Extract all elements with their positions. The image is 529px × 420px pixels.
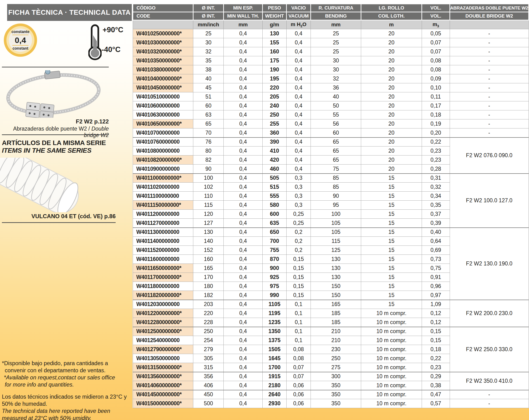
- cell-vol: 0,39: [422, 219, 450, 228]
- units-row: mm/inch mm g/m m H2O mm m m3: [133, 20, 529, 29]
- cell-vol: 0,19: [422, 119, 450, 129]
- spec-table: CÓDIGO Ø INT. MIN ESP. PESO VACIO R. CUR…: [132, 4, 529, 408]
- cell-wall: 0,4: [224, 119, 263, 129]
- cell-coil: 20: [361, 38, 422, 47]
- cell-bending: 65: [311, 156, 361, 165]
- col-header-min-wall: MIN WALL TH.: [224, 12, 263, 20]
- cell-vacuum: 0,07: [286, 363, 311, 372]
- cell-diameter: 30: [193, 38, 224, 47]
- unit-diameter: mm/inch: [193, 20, 224, 29]
- cell-vol: 0,31: [422, 173, 450, 183]
- cell-vacuum: 0,4: [286, 74, 311, 83]
- cell-weight: 240: [263, 101, 286, 110]
- unit-weight: g/m: [263, 20, 286, 29]
- cell-bending: 185: [311, 309, 361, 318]
- cell-vacuum: 0,3: [286, 201, 311, 210]
- badge-divider: [12, 35, 28, 35]
- cell-vol: 0,32: [422, 183, 450, 192]
- cell-coil: 20: [361, 119, 422, 129]
- cell-vacuum: 0,4: [286, 83, 311, 92]
- cell-bridge: -: [450, 74, 529, 83]
- unit-volume: m3: [422, 20, 450, 29]
- cell-bending: 230: [311, 345, 361, 354]
- cell-weight: 155: [263, 38, 286, 47]
- cell-vol: 0,23: [422, 156, 450, 165]
- cell-vacuum: 0,4: [286, 129, 311, 137]
- table-row: W4010300000000*300,41550,425200,07-: [133, 38, 529, 47]
- clamp-reference: F2 W2 p.122 Abrazaderas doble puente W2 …: [2, 118, 109, 138]
- cell-code: W4010820000000*: [133, 156, 193, 165]
- cell-bridge-group: F2 W2 250.0 330.0: [450, 327, 529, 372]
- cell-bridge: -: [450, 129, 529, 137]
- cell-diameter: 203: [193, 300, 224, 309]
- cell-weight: 175: [263, 56, 286, 65]
- cell-wall: 0,4: [224, 363, 263, 372]
- cell-coil: 15: [361, 237, 422, 246]
- cell-bending: 60: [311, 129, 361, 137]
- cell-vol: 0,40: [422, 228, 450, 237]
- cell-diameter: 65: [193, 119, 224, 129]
- cell-wall: 0,4: [224, 264, 263, 273]
- cell-vacuum: 0,4: [286, 119, 311, 129]
- cell-code: W4010350000000*: [133, 56, 193, 65]
- cell-coil: 15: [361, 173, 422, 183]
- cell-weight: 515: [263, 183, 286, 192]
- cell-vacuum: 0,15: [286, 273, 311, 282]
- cell-diameter: 180: [193, 282, 224, 291]
- cell-weight: 600: [263, 210, 286, 219]
- cell-weight: 130: [263, 29, 286, 38]
- cell-weight: 635: [263, 219, 286, 228]
- cell-coil: 15: [361, 228, 422, 237]
- cell-weight: 2640: [263, 390, 286, 399]
- cell-vol: 1,09: [422, 300, 450, 309]
- datasheet-page: FICHA TÈCNICA · TECHNICAL DATA constante…: [0, 0, 529, 420]
- cell-code: W4010600000000: [133, 101, 193, 110]
- cell-diameter: 110: [193, 192, 224, 201]
- cell-coil: 10 m compr.: [361, 354, 422, 363]
- sidebar-divider: [2, 222, 116, 223]
- cell-diameter: 152: [193, 246, 224, 255]
- cell-bending: 275: [311, 363, 361, 372]
- cell-vol: 0,12: [422, 318, 450, 327]
- cell-code: W4010380000000*: [133, 65, 193, 74]
- cell-wall: 0,4: [224, 146, 263, 156]
- cell-code: W4011150000000*: [133, 201, 193, 210]
- hose-reference: VULCANO 04 ET (cód. VE) p.86: [2, 213, 116, 220]
- cell-bridge-group: F2 W2 076.0 090.0: [450, 137, 529, 173]
- cell-code: W4011020000000: [133, 183, 193, 192]
- cell-bending: 210: [311, 327, 361, 336]
- cell-vol: 0,18: [422, 110, 450, 119]
- col-header-weight: WEIGHT: [263, 12, 286, 20]
- cell-vacuum: 0,1: [286, 327, 311, 336]
- clamp-caption: Abrazaderas doble puente W2 / Double bri…: [2, 126, 109, 138]
- cell-bending: 25: [311, 47, 361, 56]
- cell-bending: 210: [311, 336, 361, 345]
- cell-weight: 1645: [263, 354, 286, 363]
- cell-weight: 975: [263, 282, 286, 291]
- cell-bridge: -: [450, 101, 529, 110]
- cell-weight: 220: [263, 83, 286, 92]
- cell-diameter: 160: [193, 255, 224, 264]
- table-row: W4015000000000*5000,429300,0635010 m com…: [133, 399, 529, 408]
- cell-vol: 0,96: [422, 282, 450, 291]
- cell-wall: 0,4: [224, 129, 263, 137]
- cell-wall: 0,4: [224, 165, 263, 173]
- table-row: W4010350000000*350,41750,430200,08-: [133, 56, 529, 65]
- cell-coil: 15: [361, 192, 422, 201]
- col-header-diametro: Ø INT.: [193, 4, 224, 12]
- cell-vacuum: 0,4: [286, 156, 311, 165]
- cell-wall: 0,4: [224, 56, 263, 65]
- cell-vol: 0,20: [422, 129, 450, 137]
- cell-vol: 0,10: [422, 83, 450, 92]
- cell-wall: 0,4: [224, 246, 263, 255]
- cell-diameter: 82: [193, 156, 224, 165]
- cell-bending: 90: [311, 192, 361, 201]
- cell-vacuum: 0,07: [286, 372, 311, 381]
- cell-wall: 0,4: [224, 381, 263, 390]
- cell-diameter: 40: [193, 74, 224, 83]
- cell-wall: 0,4: [224, 29, 263, 38]
- cell-vol: 0,47: [422, 390, 450, 399]
- cell-bending: 130: [311, 264, 361, 273]
- cell-wall: 0,4: [224, 282, 263, 291]
- cell-wall: 0,4: [224, 156, 263, 165]
